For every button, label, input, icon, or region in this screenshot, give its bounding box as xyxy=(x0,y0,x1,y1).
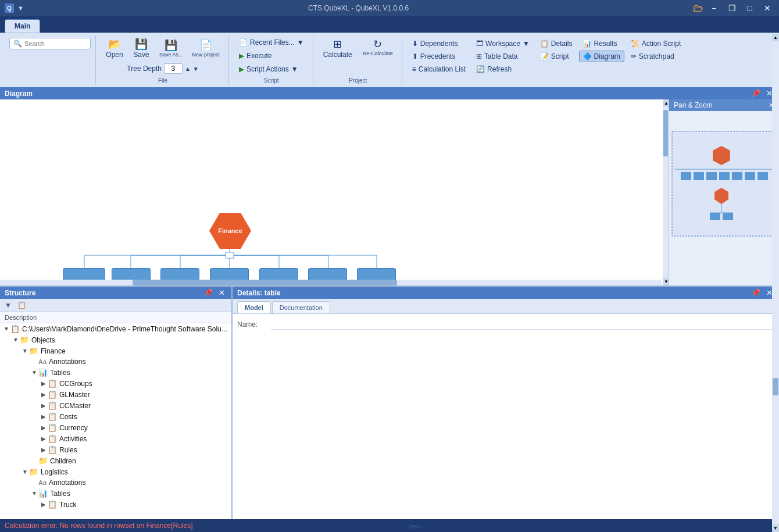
ribbon-content: 🔍 📂 Open 💾 Save 💾 Save As... xyxy=(0,33,779,87)
scratchpad-button[interactable]: ✏ Scratchpad xyxy=(627,51,685,62)
details-panel-header: Details: table 📌 ✕ xyxy=(233,287,779,299)
tree-activities-item[interactable]: ▶ 📋 Activities xyxy=(0,433,231,444)
activities-toggle[interactable]: ▶ xyxy=(40,435,48,442)
tree-logistics-toggle[interactable]: ▼ xyxy=(21,469,29,475)
close-button[interactable]: ✕ xyxy=(760,2,774,14)
no-toggle-3 xyxy=(30,480,38,486)
tree-logistics-tables-toggle[interactable]: ▼ xyxy=(30,490,38,497)
structure-panel-header: Structure 📌 ✕ xyxy=(0,287,231,299)
script-view-label: Script xyxy=(551,52,569,60)
costs-toggle[interactable]: ▶ xyxy=(40,413,48,420)
tab-model[interactable]: Model xyxy=(237,301,271,313)
vscroll-up[interactable]: ▲ xyxy=(663,99,669,107)
refresh-button[interactable]: 🔄 Refresh xyxy=(472,63,534,75)
tab-documentation[interactable]: Documentation xyxy=(272,301,330,313)
tree-depth-up[interactable]: ▲ xyxy=(185,66,191,72)
tree-objects-item[interactable]: ▼ 📁 Objects xyxy=(0,334,231,345)
tree-container[interactable]: ▼ 📋 C:\Users\MarkDiamond\OneDrive - Prim… xyxy=(0,323,231,519)
diagram-minimap: Pan & Zoom ✕ xyxy=(669,99,779,285)
minimap-content[interactable]: ▼ xyxy=(669,111,779,285)
table-data-button[interactable]: ⊞ Table Data xyxy=(472,51,534,62)
save-as-button[interactable]: 💾 Save As... xyxy=(155,38,187,60)
tree-root-toggle[interactable]: ▼ xyxy=(2,326,10,332)
tree-logistics-tables[interactable]: ▼ 📊 Tables xyxy=(0,488,231,499)
workspace-button[interactable]: 🗔 Workspace ▼ xyxy=(472,38,534,49)
script-group-label: Script xyxy=(264,75,279,84)
tree-finance-annotations[interactable]: Aa Annotations xyxy=(0,356,231,367)
tree-finance-item[interactable]: ▼ 📁 Finance xyxy=(0,345,231,356)
save-button[interactable]: 💾 Save xyxy=(128,37,154,61)
currency-toggle[interactable]: ▶ xyxy=(40,424,48,431)
currency-table-icon: 📋 xyxy=(48,423,57,432)
truck-toggle[interactable]: ▶ xyxy=(40,501,48,508)
execute-label: Execute xyxy=(246,52,271,60)
tree-children-item[interactable]: 📁 Children xyxy=(0,455,231,466)
ribbon-group-file: 📂 Open 💾 Save 💾 Save As... 📄 New project xyxy=(97,35,229,85)
tree-depth-input[interactable] xyxy=(164,63,183,74)
execute-button[interactable]: ▶ Execute xyxy=(235,50,308,62)
calculation-list-button[interactable]: ≡ Calculation List xyxy=(408,63,470,75)
diagram-hscroll[interactable] xyxy=(0,280,662,285)
details-button[interactable]: 📋 Details xyxy=(536,38,577,49)
view-group-label: View xyxy=(408,521,421,530)
tree-depth-label: Tree Depth xyxy=(127,65,162,73)
logistics-folder-icon: 📁 xyxy=(29,467,38,476)
structure-vscroll[interactable]: ▲ ▼ xyxy=(772,87,779,519)
tree-root-item[interactable]: ▼ 📋 C:\Users\MarkDiamond\OneDrive - Prim… xyxy=(0,323,231,334)
tree-objects-toggle[interactable]: ▼ xyxy=(12,337,20,343)
ccmaster-table-icon: 📋 xyxy=(48,401,57,410)
precedents-button[interactable]: ⬆ Precedents xyxy=(408,51,470,62)
script-view-button[interactable]: 📝 Script xyxy=(536,51,577,62)
tree-costs-item[interactable]: ▶ 📋 Costs xyxy=(0,411,231,422)
details-pin-button[interactable]: 📌 xyxy=(749,288,762,297)
rules-toggle[interactable]: ▶ xyxy=(40,447,48,453)
maximize-button[interactable]: □ xyxy=(744,2,756,14)
tree-glmaster-item[interactable]: ▶ 📋 GLMaster xyxy=(0,389,231,400)
minimap-header: Pan & Zoom ✕ xyxy=(669,99,779,111)
tree-rules-item[interactable]: ▶ 📋 Rules xyxy=(0,444,231,455)
tab-main[interactable]: Main xyxy=(5,19,40,33)
tree-depth-down[interactable]: ▼ xyxy=(193,66,199,72)
ccgroups-toggle[interactable]: ▶ xyxy=(40,380,48,387)
structure-close-button[interactable]: ✕ xyxy=(217,288,227,297)
tree-logistics-annotations[interactable]: Aa Annotations xyxy=(0,477,231,488)
tree-logistics-item[interactable]: ▼ 📁 Logistics xyxy=(0,466,231,477)
tree-ccmaster-item[interactable]: ▶ 📋 CCMaster xyxy=(0,400,231,411)
dependents-button[interactable]: ⬇ Dependents xyxy=(408,38,470,49)
rules-table-icon: 📋 xyxy=(48,445,57,454)
finance-tables-label: Tables xyxy=(50,369,229,377)
structure-pin-button[interactable]: 📌 xyxy=(202,288,215,297)
action-script-button[interactable]: 📜 Action Script xyxy=(627,38,685,49)
diagram-pin-button[interactable]: 📌 xyxy=(749,89,762,98)
app-icon: Q xyxy=(5,3,14,13)
restore-button[interactable]: ❐ xyxy=(725,2,739,14)
search-input[interactable] xyxy=(24,40,88,47)
tree-truck-item[interactable]: ▶ 📋 Truck xyxy=(0,499,231,510)
glmaster-toggle[interactable]: ▶ xyxy=(40,391,48,398)
results-button[interactable]: 📊 Results xyxy=(579,38,624,49)
diagram-button[interactable]: 🔷 Diagram xyxy=(579,51,624,62)
tree-finance-toggle[interactable]: ▼ xyxy=(21,348,29,354)
script-actions-button[interactable]: ▶ Script Actions ▼ xyxy=(235,63,308,75)
recent-files-arrow: ▼ xyxy=(297,38,304,47)
tree-tables-toggle[interactable]: ▼ xyxy=(30,369,38,376)
calculate-button[interactable]: ⊞ Calculate xyxy=(319,37,356,61)
diagram-vscroll[interactable]: ▲ ▼ xyxy=(663,99,669,285)
new-project-button[interactable]: 📄 New project xyxy=(188,38,224,60)
recalculate-button[interactable]: ↻ Re-Calculate xyxy=(359,37,397,61)
tree-ccgroups-item[interactable]: ▶ 📋 CCGroups xyxy=(0,378,231,389)
tree-finance-tables[interactable]: ▼ 📊 Tables xyxy=(0,367,231,378)
open-button[interactable]: 📂 Open xyxy=(102,37,127,61)
tree-currency-item[interactable]: ▶ 📋 Currency xyxy=(0,422,231,433)
diagram-canvas[interactable]: Finance CCGroups GLMaster CCMaster Costs… xyxy=(0,99,669,285)
recent-files-button[interactable]: 📄 Recent Files... ▼ xyxy=(235,37,308,48)
diagram-title: Diagram xyxy=(5,90,33,98)
struct-filter-btn[interactable]: ▼ xyxy=(2,300,14,310)
minimize-button[interactable]: − xyxy=(708,2,720,14)
no-toggle-1 xyxy=(30,359,38,365)
name-value[interactable] xyxy=(271,319,774,330)
struct-icon-btn[interactable]: 📋 xyxy=(15,300,28,310)
ccmaster-toggle[interactable]: ▶ xyxy=(40,402,48,409)
vscroll-down[interactable]: ▼ xyxy=(663,278,669,285)
finance-node[interactable]: Finance xyxy=(209,213,251,249)
